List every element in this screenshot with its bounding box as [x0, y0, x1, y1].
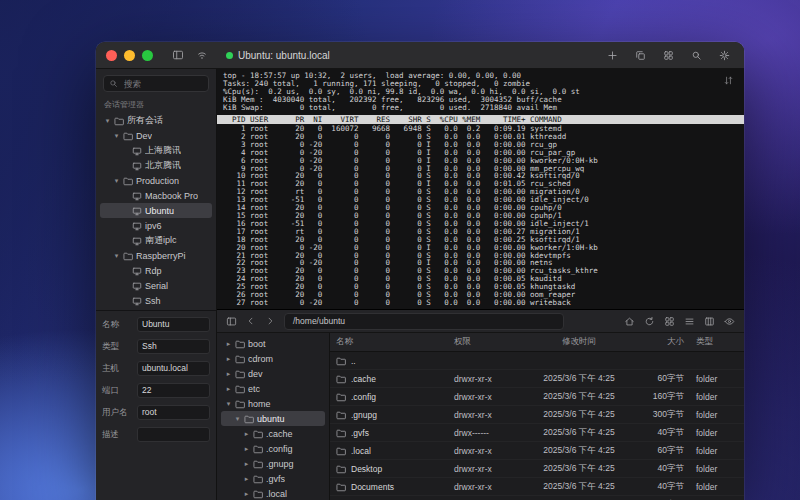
fstree-item-cdrom[interactable]: ▸cdrom: [221, 351, 325, 366]
folder-icon: [123, 176, 133, 186]
chevron-down-icon[interactable]: ▾: [113, 128, 120, 143]
folder-icon: [253, 444, 263, 454]
window-controls: [96, 50, 160, 61]
chevron-down-icon[interactable]: ▾: [113, 248, 120, 263]
sidebar-item-dev[interactable]: ▾Dev: [100, 128, 212, 143]
chevron-right-icon[interactable]: ▸: [243, 471, 250, 486]
column-header-type[interactable]: 类型: [690, 336, 744, 348]
column-header-name[interactable]: 名称: [330, 336, 448, 348]
session-sidebar: 会话管理器 ▾所有会话 ▾Dev 上海腾讯 北京腾讯 ▾Production M…: [96, 69, 217, 500]
chevron-right-icon[interactable]: ▸: [243, 441, 250, 456]
column-view-icon[interactable]: [704, 316, 715, 327]
chevron-down-icon[interactable]: ▾: [113, 173, 120, 188]
host-field[interactable]: ubuntu.local: [137, 361, 210, 376]
file-name: .local: [351, 446, 371, 456]
zoom-window-button[interactable]: [142, 50, 153, 61]
sidebar-item-nantong-iplc[interactable]: 南通iplc: [100, 233, 212, 248]
chevron-right-icon[interactable]: ▸: [225, 351, 232, 366]
file-size: 60字节: [632, 373, 690, 385]
sidebar-item-ubuntu[interactable]: Ubuntu: [100, 203, 212, 218]
property-label: 名称: [102, 319, 132, 331]
file-type: folder: [690, 392, 744, 402]
refresh-icon[interactable]: [644, 316, 655, 327]
chevron-right-icon[interactable]: ▸: [225, 336, 232, 351]
fstree-item-cache[interactable]: ▸.cache: [221, 426, 325, 441]
sidebar-item-ssh[interactable]: Ssh: [100, 293, 212, 308]
sidebar-item-serial[interactable]: Serial: [100, 278, 212, 293]
file-row-local[interactable]: .localdrwxr-xr-x2025/3/6 下午 4:2560字节fold…: [330, 442, 744, 460]
layout-grid-icon[interactable]: [663, 50, 674, 61]
file-row-gvfs[interactable]: .gvfsdrwx------2025/3/6 下午 4:2540字节folde…: [330, 424, 744, 442]
file-row-cache[interactable]: .cachedrwxr-xr-x2025/3/6 下午 4:2560字节fold…: [330, 370, 744, 388]
path-bar[interactable]: /home/ubuntu: [284, 313, 564, 330]
file-row-downloads[interactable]: Downloadsdrwxr-xr-x2025/3/6 下午 4:2540字节f…: [330, 496, 744, 500]
fstree-item-gvfs[interactable]: ▸.gvfs: [221, 471, 325, 486]
folder-icon: [235, 384, 245, 394]
toggle-sidebar-icon[interactable]: [172, 49, 184, 61]
fstree-item-gnupg[interactable]: ▸.gnupg: [221, 456, 325, 471]
new-session-icon[interactable]: [607, 50, 618, 61]
chevron-right-icon[interactable]: ▸: [243, 486, 250, 500]
sidebar-item-rdp[interactable]: Rdp: [100, 263, 212, 278]
folder-icon: [235, 399, 245, 409]
fstree-item-home[interactable]: ▾home: [221, 396, 325, 411]
toggle-file-tree-icon[interactable]: [226, 316, 237, 327]
sidebar-item-macbook-pro[interactable]: Macbook Pro: [100, 188, 212, 203]
file-name: .gvfs: [351, 428, 369, 438]
column-header-size[interactable]: 大小: [632, 336, 690, 348]
host-icon: [132, 266, 142, 276]
column-header-permissions[interactable]: 权限: [448, 336, 526, 348]
chevron-down-icon[interactable]: ▾: [104, 113, 111, 128]
host-icon: [132, 206, 142, 216]
fstree-item-dev[interactable]: ▸dev: [221, 366, 325, 381]
search-icon[interactable]: [691, 50, 702, 61]
chevron-right-icon[interactable]: ▸: [243, 456, 250, 471]
file-permissions: drwxr-xr-x: [448, 392, 526, 402]
duplicate-session-icon[interactable]: [635, 50, 646, 61]
file-name: ..: [351, 356, 356, 366]
column-header-modified[interactable]: 修改时间: [526, 336, 632, 348]
sidebar-item-production[interactable]: ▾Production: [100, 173, 212, 188]
preview-icon[interactable]: [724, 316, 735, 327]
file-row-desktop[interactable]: Desktopdrwxr-xr-x2025/3/6 下午 4:2540字节fol…: [330, 460, 744, 478]
sftp-toolbar: /home/ubuntu: [217, 310, 744, 333]
sidebar-item-shanghai-tencent[interactable]: 上海腾讯: [100, 143, 212, 158]
sidebar-item-all-sessions[interactable]: ▾所有会话: [100, 113, 212, 128]
file-row-config[interactable]: .configdrwxr-xr-x2025/3/6 下午 4:25160字节fo…: [330, 388, 744, 406]
name-field[interactable]: Ubuntu: [137, 317, 210, 332]
home-icon[interactable]: [624, 316, 635, 327]
settings-icon[interactable]: [719, 50, 730, 61]
back-icon[interactable]: [246, 316, 256, 326]
fstree-item-local[interactable]: ▸.local: [221, 486, 325, 500]
fstree-item-boot[interactable]: ▸boot: [221, 336, 325, 351]
broadcast-icon[interactable]: [196, 49, 208, 61]
host-icon: [132, 296, 142, 306]
description-field[interactable]: [137, 427, 210, 442]
sidebar-item-raspberrypi[interactable]: ▾RaspberryPi: [100, 248, 212, 263]
file-row-gnupg[interactable]: .gnupgdrwxr-xr-x2025/3/6 下午 4:25300字节fol…: [330, 406, 744, 424]
folder-icon: [123, 131, 133, 141]
list-view-icon[interactable]: [684, 316, 695, 327]
file-row-documents[interactable]: Documentsdrwxr-xr-x2025/3/6 下午 4:2540字节f…: [330, 478, 744, 496]
sidebar-item-ipv6[interactable]: ipv6: [100, 218, 212, 233]
terminal[interactable]: top - 18:57:57 up 10:32, 2 users, load a…: [217, 69, 744, 309]
fstree-item-etc[interactable]: ▸etc: [221, 381, 325, 396]
chevron-down-icon[interactable]: ▾: [234, 411, 241, 426]
chevron-down-icon[interactable]: ▾: [225, 396, 232, 411]
chevron-right-icon[interactable]: ▸: [225, 366, 232, 381]
forward-icon[interactable]: [265, 316, 275, 326]
minimize-window-button[interactable]: [124, 50, 135, 61]
sidebar-item-beijing-tencent[interactable]: 北京腾讯: [100, 158, 212, 173]
sidebar-search[interactable]: [103, 75, 209, 92]
file-row-parent[interactable]: ..: [330, 352, 744, 370]
search-input[interactable]: [122, 78, 203, 90]
fstree-item-config[interactable]: ▸.config: [221, 441, 325, 456]
username-field[interactable]: root: [137, 405, 210, 420]
close-window-button[interactable]: [106, 50, 117, 61]
type-field[interactable]: Ssh: [137, 339, 210, 354]
port-field[interactable]: 22: [137, 383, 210, 398]
chevron-right-icon[interactable]: ▸: [225, 381, 232, 396]
fstree-item-ubuntu[interactable]: ▾ubuntu: [221, 411, 325, 426]
grid-view-icon[interactable]: [664, 316, 675, 327]
chevron-right-icon[interactable]: ▸: [243, 426, 250, 441]
